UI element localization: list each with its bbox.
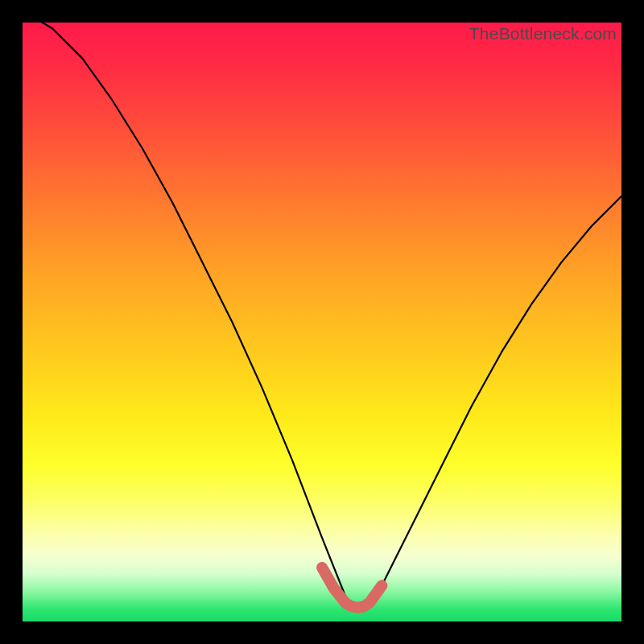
optimal-range-highlight	[322, 568, 382, 608]
chart-frame: TheBottleneck.com	[0, 0, 644, 644]
curve-overlay	[23, 23, 621, 621]
bottleneck-curve-path	[23, 10, 621, 609]
plot-area: TheBottleneck.com	[23, 23, 621, 621]
